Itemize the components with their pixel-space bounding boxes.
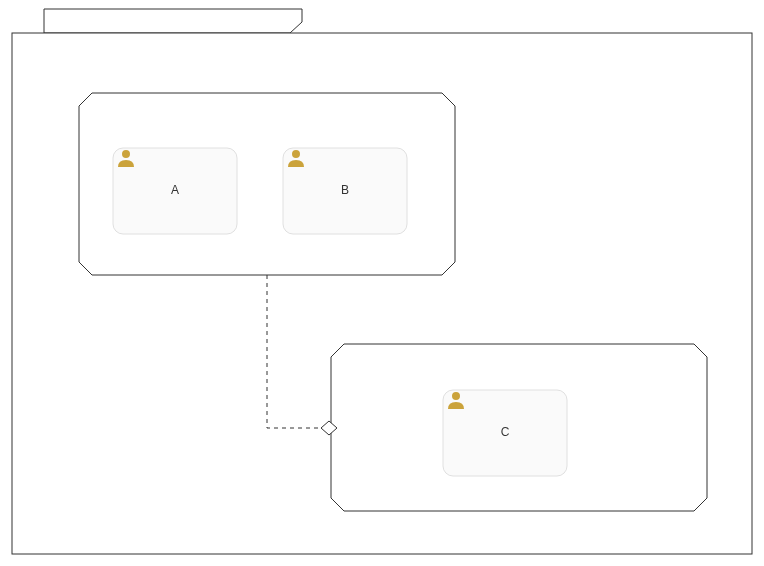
package-tab [44, 9, 302, 33]
actor-b-label: B [341, 183, 349, 197]
actor-a[interactable]: A [113, 148, 237, 234]
actor-b[interactable]: B [283, 148, 407, 234]
actor-c[interactable]: C [443, 390, 567, 476]
actor-a-label: A [171, 183, 179, 197]
diagram-canvas: A B C [0, 0, 764, 566]
actor-c-label: C [501, 425, 510, 439]
